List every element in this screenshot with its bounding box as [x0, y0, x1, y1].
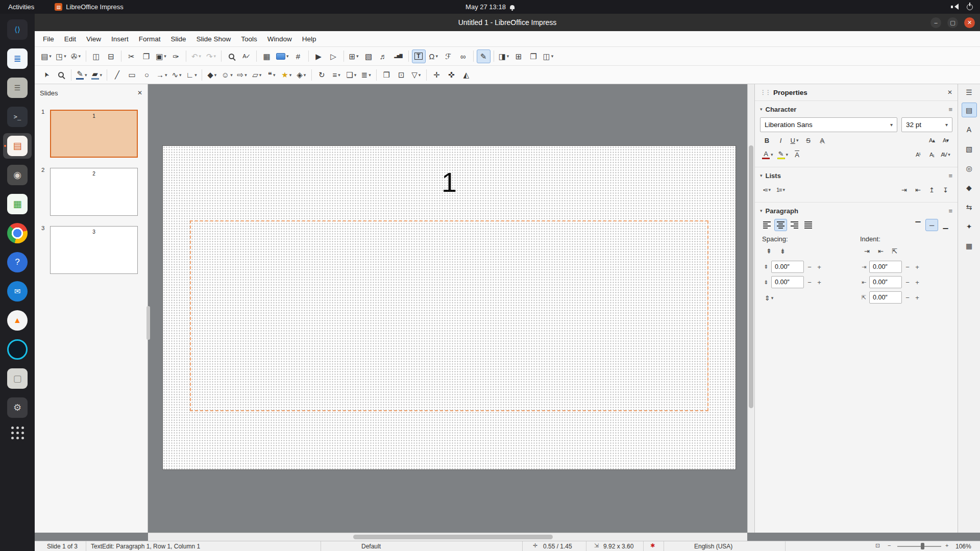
before-text-indent-increase-button[interactable]: + [913, 262, 921, 272]
3d-objects-dropdown-icon[interactable]: ▾ [304, 72, 306, 78]
sidebar-tab-slide-transition[interactable]: ⇆ [962, 199, 977, 214]
minimize-button[interactable]: – [930, 17, 941, 28]
font-color-dropdown-icon[interactable]: ▾ [771, 152, 773, 157]
display-views-dropdown-icon[interactable]: ▾ [286, 54, 289, 59]
new-slide-button[interactable]: ⊞ [512, 49, 526, 63]
sidebar-tab-shapes[interactable]: ◆ [962, 180, 977, 195]
sidebar-tab-navigator[interactable]: ◎ [962, 161, 977, 176]
crop-image-button[interactable]: ⊡ [395, 68, 408, 82]
character-spacing-button[interactable]: AV▾ [939, 148, 952, 161]
activities-button[interactable]: Activities [0, 3, 42, 11]
language-status[interactable]: English (USA) [694, 543, 732, 550]
decrease-paragraph-spacing-button[interactable]: ⇟ [776, 245, 789, 257]
panel-splitter-handle[interactable] [146, 306, 150, 340]
font-name-dropdown-icon[interactable]: ▾ [887, 122, 896, 128]
find-replace-button[interactable] [225, 49, 238, 63]
distribution-button[interactable]: ≣▾ [359, 68, 373, 82]
copy-button[interactable]: ❐ [139, 49, 153, 63]
slide-master-status[interactable]: Default [361, 543, 381, 550]
menu-slide-show[interactable]: Slide Show [191, 33, 236, 45]
dock-thunderbird[interactable]: ✉ [3, 279, 32, 304]
rectangle-button[interactable]: ▭ [125, 68, 139, 82]
underline-dropdown-icon[interactable]: ▾ [796, 138, 799, 143]
sidebar-tab-animation[interactable]: ✦ [962, 219, 977, 234]
open-file-dropdown-icon[interactable]: ▾ [64, 54, 66, 59]
below-paragraph-spacing-increase-button[interactable]: + [815, 277, 823, 287]
subscript-button[interactable]: A₁ [925, 148, 938, 161]
horizontal-scrollbar[interactable] [148, 533, 747, 541]
system-tray[interactable] [951, 4, 973, 10]
font-name-combo[interactable]: Liberation Sans ▾ [760, 117, 897, 132]
unordered-list-dropdown-icon[interactable]: ▾ [768, 187, 771, 192]
move-up-button[interactable]: ↥ [925, 184, 938, 196]
rotate-button[interactable]: ↻ [315, 68, 329, 82]
content-placeholder[interactable] [190, 220, 708, 411]
font-size-dropdown-icon[interactable]: ▾ [942, 122, 951, 128]
dock-help[interactable]: ? [3, 249, 32, 275]
3d-objects-button[interactable]: ◈▾ [295, 68, 308, 82]
flowchart-shapes-dropdown-icon[interactable]: ▾ [259, 72, 262, 78]
clock-menu[interactable]: May 27 13:18 [465, 3, 514, 11]
stars-and-banners-dropdown-icon[interactable]: ▾ [289, 72, 292, 78]
bold-button[interactable]: B [761, 134, 773, 146]
slide-thumbnail-2[interactable]: 2 [50, 168, 138, 216]
slide-thumbnail-1[interactable]: 1 [50, 110, 138, 158]
line-color-dropdown-icon[interactable]: ▾ [85, 72, 87, 78]
slide-layout-button[interactable]: ◫▾ [542, 49, 555, 63]
lines-and-arrows-dropdown-icon[interactable]: ▾ [165, 72, 167, 78]
callout-shapes-button[interactable]: ❝▾ [265, 68, 279, 82]
above-paragraph-spacing-input[interactable] [771, 261, 804, 273]
overline-button[interactable]: A [791, 148, 803, 161]
slide-count-status[interactable]: Slide 1 of 3 [47, 543, 78, 550]
vertical-scrollbar[interactable] [747, 84, 754, 533]
align-objects-dropdown-icon[interactable]: ▾ [338, 72, 340, 78]
decrease-font-size-button[interactable]: A▾ [939, 134, 952, 146]
curves-and-polygons-dropdown-icon[interactable]: ▾ [179, 72, 182, 78]
sidebar-tab-properties[interactable]: ▤ [962, 103, 977, 117]
italic-button[interactable]: I [774, 134, 787, 146]
line-spacing-button[interactable]: ⇕▾ [763, 292, 775, 304]
vertical-scrollbar-thumb[interactable] [749, 145, 753, 408]
insert-hyperlink-button[interactable]: ∞ [456, 49, 470, 63]
insert-chart-button[interactable]: ▂▅▇ [391, 49, 405, 63]
dock-libreoffice-writer[interactable]: ≣ [3, 46, 32, 71]
clone-formatting-button[interactable]: ✑ [169, 49, 183, 63]
sidebar-tab-gallery[interactable]: ▧ [962, 141, 977, 156]
slide-area[interactable]: 1 [162, 145, 736, 470]
insert-text-box-button[interactable]: T [412, 49, 426, 63]
slide-transition-dropdown-icon[interactable]: ▾ [507, 54, 509, 59]
undo-dropdown-icon[interactable]: ▾ [199, 54, 202, 59]
focused-app-menu[interactable]: ▤ LibreOffice Impress [55, 3, 123, 11]
insert-fontwork-button[interactable]: ℱ [442, 49, 455, 63]
print-button[interactable]: ⊟ [104, 49, 118, 63]
menu-file[interactable]: File [38, 33, 59, 45]
slide-transition-button[interactable]: ◨▾ [497, 49, 511, 63]
ellipse-button[interactable]: ○ [140, 68, 154, 82]
basic-shapes-dropdown-icon[interactable]: ▾ [214, 72, 217, 78]
increase-indent-button[interactable]: ⇥ [861, 245, 873, 257]
export-pdf-button[interactable]: ◫ [89, 49, 103, 63]
fill-color-dropdown-icon[interactable]: ▾ [100, 72, 103, 78]
shadow-button[interactable]: ❒ [380, 68, 394, 82]
panel-drag-handle-icon[interactable]: ⋮⋮ [760, 89, 770, 96]
maximize-button[interactable]: ▢ [947, 17, 958, 28]
zoom-slider-thumb[interactable] [921, 543, 924, 549]
distribution-dropdown-icon[interactable]: ▾ [369, 72, 371, 78]
after-text-indent-decrease-button[interactable]: − [903, 277, 912, 287]
align-center-button[interactable] [774, 219, 787, 231]
hanging-indent-button[interactable]: ⇱ [888, 245, 901, 257]
redo-button[interactable]: ↷▾ [204, 49, 218, 63]
insert-line-button[interactable]: ╱ [110, 68, 124, 82]
menu-help[interactable]: Help [297, 33, 322, 45]
promote-button[interactable]: ⇤ [912, 184, 924, 196]
basic-shapes-button[interactable]: ◆▾ [205, 68, 219, 82]
character-section-menu-icon[interactable]: ≡ [948, 106, 952, 113]
insert-special-character-dropdown-icon[interactable]: ▾ [435, 54, 438, 59]
highlight-color-dropdown-icon[interactable]: ▾ [786, 152, 789, 157]
redo-dropdown-icon[interactable]: ▾ [214, 54, 216, 59]
properties-panel-close-icon[interactable]: ✕ [947, 89, 952, 96]
dock-show-applications[interactable] [3, 424, 32, 449]
show-draw-functions-button[interactable]: ✎ [477, 49, 491, 63]
dock-vscode[interactable]: ⟨⟩ [3, 17, 32, 42]
first-line-indent-increase-button[interactable]: + [913, 292, 921, 303]
